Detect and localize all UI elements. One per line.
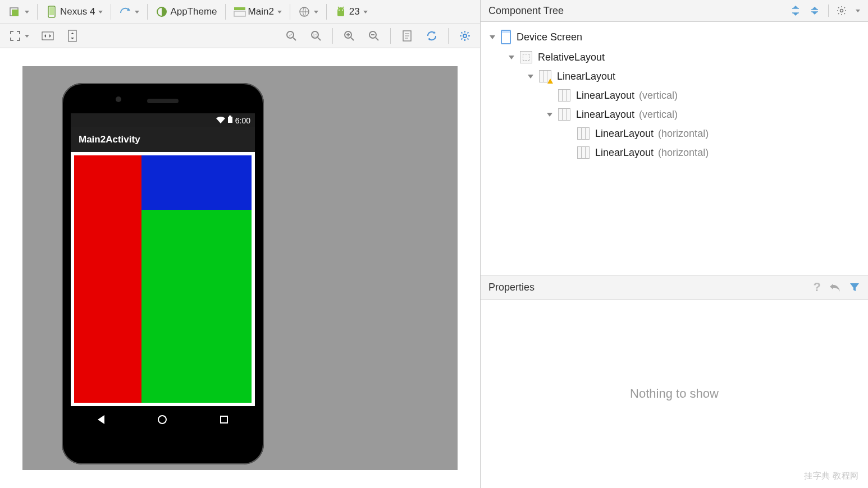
zoom-fit-icon: ⤢ (285, 30, 298, 42)
svg-text:1:1: 1:1 (313, 33, 318, 37)
svg-rect-13 (68, 30, 76, 42)
tree-node[interactable]: LinearLayout (vertical) (485, 105, 862, 124)
phone-camera-dot (116, 96, 121, 102)
activity-label: Main2 (248, 6, 274, 17)
chevron-down-icon (509, 56, 514, 59)
watermark-text: 挂字典 教程网 (804, 471, 859, 481)
app-bar: Main2Activity (71, 127, 255, 152)
blueprint-toggle[interactable] (6, 3, 33, 20)
relative-layout-icon (520, 51, 532, 63)
expand-toggle[interactable] (527, 75, 534, 79)
notes-button[interactable] (398, 27, 417, 44)
wifi-icon (216, 116, 225, 125)
tree-node-label: Device Screen (517, 31, 582, 43)
green-panel[interactable] (141, 210, 252, 403)
linear-layout-icon (577, 146, 590, 159)
status-time: 6:00 (235, 116, 250, 125)
activity-icon (234, 6, 246, 18)
right-sidebar: Component Tree Device ScreenRelativeLayo… (481, 0, 868, 488)
tree-node[interactable]: LinearLayout (485, 67, 862, 86)
device-selector[interactable]: Nexus 4 (42, 3, 106, 20)
tree-node[interactable]: RelativeLayout (485, 48, 862, 67)
chevron-down-icon (314, 11, 318, 13)
svg-text:⤢: ⤢ (289, 33, 293, 38)
zoom-out[interactable] (364, 27, 383, 44)
orientation-selector[interactable] (116, 3, 143, 20)
theme-selector[interactable]: AppTheme (152, 3, 220, 20)
svg-rect-5 (234, 7, 245, 10)
fit-horizontal-icon (42, 30, 54, 42)
locale-selector[interactable] (295, 3, 322, 20)
fit-horizontal[interactable] (38, 27, 57, 44)
chevron-down-icon (528, 75, 533, 79)
design-editor-pane: Nexus 4 AppTheme Main2 (0, 0, 481, 488)
component-tree[interactable]: Device ScreenRelativeLayoutLinearLayoutL… (481, 22, 868, 275)
expand-icon (9, 30, 21, 42)
fit-vertical[interactable] (63, 27, 82, 44)
tree-node-hint: (vertical) (639, 90, 678, 102)
chevron-down-icon (25, 35, 29, 38)
zoom-actual[interactable]: 1:1 (307, 27, 326, 44)
filter-icon[interactable] (849, 282, 860, 293)
tree-node-label: LinearLayout (595, 147, 654, 159)
tree-node[interactable]: LinearLayout (vertical) (485, 86, 862, 105)
gear-icon (459, 30, 471, 42)
design-canvas[interactable]: 6:00 Main2Activity (0, 48, 480, 488)
expand-toggle[interactable] (508, 56, 515, 59)
viewport-mode[interactable] (6, 27, 33, 44)
app-title: Main2Activity (79, 134, 140, 145)
divider (448, 28, 449, 44)
contrast-icon (156, 6, 168, 18)
zoom-fit[interactable]: ⤢ (282, 27, 301, 44)
svg-rect-1 (12, 10, 19, 16)
chevron-down-icon[interactable] (856, 10, 860, 12)
zoom-in[interactable] (340, 27, 359, 44)
properties-title: Properties (488, 282, 534, 293)
divider (390, 28, 391, 44)
linear-layout-icon (577, 127, 590, 140)
home-icon[interactable] (158, 415, 167, 424)
device-label: Nexus 4 (60, 6, 95, 17)
collapse-all-icon[interactable] (809, 5, 820, 16)
layout-preview[interactable] (71, 152, 255, 406)
recents-icon[interactable] (220, 416, 228, 423)
expand-toggle[interactable] (546, 113, 554, 117)
blue-panel[interactable] (141, 155, 252, 210)
undo-icon[interactable] (829, 282, 841, 293)
properties-panel: Properties ? Nothing to show (481, 275, 868, 488)
design-toolbar: Nexus 4 AppTheme Main2 (0, 0, 480, 24)
svg-point-9 (342, 10, 343, 11)
zoom-out-icon (368, 30, 380, 42)
tree-node-hint: (horizontal) (658, 147, 709, 159)
red-panel[interactable] (74, 155, 141, 403)
phone-icon (45, 6, 58, 18)
chevron-down-icon (135, 11, 139, 13)
zoom-actual-icon: 1:1 (310, 30, 322, 42)
tree-node-label: RelativeLayout (538, 52, 605, 63)
theme-label: AppTheme (170, 6, 217, 17)
help-icon[interactable]: ? (814, 280, 821, 294)
nav-bar (71, 406, 255, 433)
svg-line-11 (342, 7, 344, 8)
linear-layout-warn-icon (539, 70, 551, 82)
status-bar: 6:00 (71, 113, 255, 127)
properties-empty-text: Nothing to show (630, 386, 719, 401)
tree-node[interactable]: LinearLayout (horizontal) (485, 143, 862, 162)
tree-node[interactable]: LinearLayout (horizontal) (485, 124, 862, 143)
settings-button[interactable] (455, 27, 474, 44)
device-frame: 6:00 Main2Activity (62, 83, 264, 464)
expand-all-icon[interactable] (790, 5, 801, 16)
design-zoom-toolbar: ⤢ 1:1 (0, 24, 480, 48)
gear-icon[interactable] (837, 6, 847, 16)
right-column (141, 155, 252, 403)
refresh-button[interactable] (422, 27, 441, 44)
expand-toggle[interactable] (488, 35, 496, 39)
tree-node[interactable]: Device Screen (485, 26, 862, 48)
svg-line-18 (318, 38, 321, 40)
activity-selector[interactable]: Main2 (230, 3, 285, 20)
api-selector[interactable]: 23 (331, 3, 371, 20)
notes-icon (401, 30, 413, 42)
tree-node-label: LinearLayout (595, 128, 654, 140)
back-icon[interactable] (98, 415, 104, 424)
phone-speaker (147, 99, 179, 103)
